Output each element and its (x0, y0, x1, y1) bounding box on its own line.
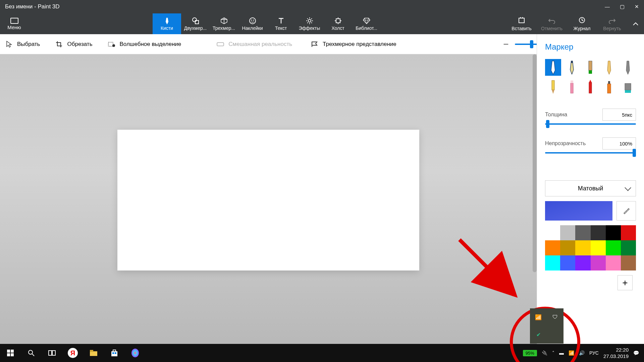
crop-tool[interactable]: Обрезать (55, 40, 92, 48)
redo-button[interactable]: Вернуть (597, 13, 627, 34)
current-color[interactable] (545, 201, 612, 221)
tray-battery-icon[interactable]: ▬ (559, 350, 564, 356)
color-swatch[interactable] (591, 255, 606, 270)
tab-brushes[interactable]: Кисти (153, 13, 181, 34)
tray-clock[interactable]: 22:20 27.03.2019 (603, 347, 629, 360)
color-swatch[interactable] (560, 255, 575, 270)
color-swatch[interactable] (606, 225, 621, 240)
tab-canvas[interactable]: Холст (324, 13, 352, 34)
opacity-input[interactable] (602, 137, 636, 149)
tray-wifi-icon[interactable]: 📶 (569, 350, 574, 356)
zoom-out-button[interactable]: − (503, 39, 508, 50)
tab-effects[interactable]: Эффекты (295, 13, 324, 34)
title-bar: Без имени - Paint 3D — ▢ ✕ (0, 0, 644, 13)
color-swatch[interactable] (621, 225, 636, 240)
eyedropper-button[interactable] (616, 201, 636, 221)
svg-rect-19 (519, 18, 524, 23)
tab-text[interactable]: Текст (267, 13, 295, 34)
insert-button[interactable]: Вставить (506, 13, 537, 34)
taskbar-yandex[interactable]: Я (62, 344, 83, 362)
svg-point-42 (29, 350, 33, 354)
tray-defender-icon[interactable]: 🛡 (552, 314, 558, 320)
brush-fill[interactable] (620, 78, 636, 95)
magic-select-tool[interactable]: Волшебное выделение (108, 40, 181, 48)
color-swatch[interactable] (575, 255, 590, 270)
search-button[interactable] (21, 344, 42, 362)
thickness-slider[interactable] (545, 123, 636, 125)
opacity-slider-thumb[interactable] (633, 149, 636, 157)
sticker-icon (249, 17, 256, 24)
tab-library[interactable]: Библиот... (352, 13, 381, 34)
svg-rect-30 (571, 83, 573, 93)
tray-language[interactable]: РУС (589, 350, 599, 356)
color-swatch[interactable] (606, 240, 621, 255)
taskview-button[interactable] (42, 344, 62, 362)
brush-pencil-hard[interactable] (620, 59, 636, 76)
add-color-button[interactable]: + (618, 275, 633, 290)
history-button[interactable]: Журнал (567, 13, 597, 34)
start-button[interactable] (0, 344, 21, 362)
taskbar-store[interactable] (104, 344, 125, 362)
tab-3d[interactable]: Трехмер... (210, 13, 238, 34)
vertical-scrollbar[interactable] (533, 54, 537, 272)
undo-button[interactable]: Отменить (537, 13, 567, 34)
close-button[interactable]: ✕ (635, 4, 639, 10)
taskbar-paint3d[interactable] (125, 344, 146, 362)
menu-button[interactable]: Меню (0, 13, 29, 34)
thickness-input[interactable] (602, 109, 636, 121)
color-swatch[interactable] (545, 225, 560, 240)
tray-bluetooth-icon[interactable]: 📶 (535, 314, 542, 320)
svg-rect-48 (111, 351, 117, 356)
tab-stickers[interactable]: Наклейки (238, 13, 267, 34)
svg-rect-1 (195, 20, 199, 24)
tray-popup[interactable]: 📶 🛡 ✔ (530, 308, 564, 344)
taskbar-explorer[interactable] (83, 344, 104, 362)
main-toolbar: Меню Кисти Двухмер... Трехмер... Наклейк… (0, 13, 644, 34)
thickness-label: Толщина (545, 112, 567, 118)
tab-2d[interactable]: Двухмер... (181, 13, 210, 34)
brush-marker[interactable] (545, 59, 561, 76)
view-3d-tool[interactable]: Трехмерное представление (311, 40, 396, 48)
color-swatch[interactable] (606, 255, 621, 270)
brush-spray[interactable] (601, 78, 617, 95)
brush-pencil[interactable] (545, 78, 561, 95)
color-swatch[interactable] (621, 255, 636, 270)
color-swatch[interactable] (591, 240, 606, 255)
canvas-area[interactable] (0, 54, 537, 346)
color-swatch[interactable] (545, 240, 560, 255)
battery-indicator[interactable]: 95% (523, 350, 537, 356)
maximize-button[interactable]: ▢ (620, 4, 625, 10)
brush-pen[interactable] (564, 59, 580, 76)
brush-eraser[interactable] (564, 78, 580, 95)
brush-oil[interactable] (583, 59, 599, 76)
material-select[interactable]: Матовый (545, 180, 636, 196)
svg-rect-23 (108, 42, 113, 46)
thickness-slider-thumb[interactable] (546, 120, 549, 128)
brush-watercolor[interactable] (601, 59, 617, 76)
canvas[interactable] (117, 130, 419, 270)
minimize-button[interactable]: — (605, 4, 610, 10)
opacity-slider[interactable] (545, 152, 636, 154)
tray-expand-icon[interactable]: ˄ (552, 350, 554, 356)
zoom-slider-thumb[interactable] (530, 40, 533, 48)
color-swatch[interactable] (575, 240, 590, 255)
tray-volume-icon[interactable]: 🔊 (579, 350, 585, 356)
tray-power-icon[interactable]: 🔌 (542, 350, 547, 356)
color-swatch[interactable] (591, 225, 606, 240)
cursor-icon (5, 40, 13, 48)
color-swatch[interactable] (575, 225, 590, 240)
brush-crayon[interactable] (583, 78, 599, 95)
svg-point-5 (308, 19, 311, 22)
svg-line-12 (311, 18, 312, 19)
redo-icon (608, 16, 616, 25)
color-swatch[interactable] (560, 225, 575, 240)
tray-check-icon[interactable]: ✔ (536, 331, 541, 338)
svg-rect-41 (11, 353, 14, 356)
color-swatch[interactable] (560, 240, 575, 255)
color-swatch[interactable] (621, 240, 636, 255)
svg-rect-28 (589, 70, 592, 74)
tray-notifications-icon[interactable]: 💬 (633, 350, 639, 356)
select-tool[interactable]: Выбрать (5, 40, 40, 48)
collapse-panel-button[interactable] (627, 13, 644, 34)
color-swatch[interactable] (545, 255, 560, 270)
